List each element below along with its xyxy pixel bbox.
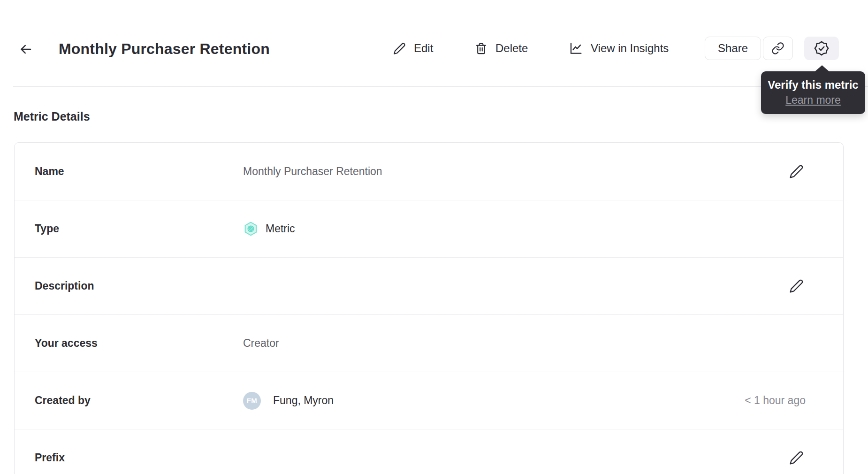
metric-hexagon-icon [243,221,259,237]
row-label: Description [35,280,243,292]
line-chart-icon [569,41,583,55]
header-divider [13,86,868,87]
row-label: Prefix [35,451,243,464]
row-value: Monthly Purchaser Retention [243,165,382,178]
copy-link-button[interactable] [763,37,793,60]
pencil-icon [393,42,406,55]
metric-details-page: Monthly Purchaser Retention Edit Delete … [0,0,868,474]
type-value-label: Metric [266,222,295,235]
edit-button-label: Edit [414,42,433,55]
pencil-icon [789,279,804,293]
section-heading: Metric Details [14,110,90,123]
delete-button[interactable]: Delete [475,37,528,60]
verify-metric-tooltip: Verify this metric Learn more [761,71,865,114]
row-value: Creator [243,337,279,350]
detail-row-your-access: Your access Creator [15,314,843,372]
link-icon [771,42,784,55]
created-time: < 1 hour ago [745,394,806,407]
detail-row-prefix: Prefix [15,429,843,474]
pencil-icon [789,451,804,465]
edit-description-button[interactable] [787,277,806,296]
avatar: FM [243,392,261,410]
edit-name-button[interactable] [787,162,806,181]
view-in-insights-button[interactable]: View in Insights [569,37,669,60]
detail-row-description: Description [15,257,843,314]
row-label: Name [35,165,243,178]
metric-details-card: Name Monthly Purchaser Retention Type [14,142,844,474]
detail-row-name: Name Monthly Purchaser Retention [15,143,843,200]
row-label: Type [35,222,243,235]
row-label: Your access [35,337,243,350]
row-value: Metric [243,221,295,237]
back-button[interactable] [17,40,35,58]
tooltip-title: Verify this metric [767,78,860,92]
page-title: Monthly Purchaser Retention [59,39,270,58]
arrow-left-icon [19,42,33,56]
delete-button-label: Delete [495,42,528,55]
detail-row-type: Type Metric [15,200,843,257]
pencil-icon [789,164,804,179]
share-button[interactable]: Share [705,37,761,60]
created-by-name: Fung, Myron [273,394,334,407]
trash-icon [475,42,487,55]
share-button-label: Share [718,42,748,55]
edit-prefix-button[interactable] [787,449,806,467]
row-label: Created by [35,394,243,407]
edit-button[interactable]: Edit [393,37,433,60]
verify-metric-button[interactable] [804,37,839,60]
row-value: FM Fung, Myron [243,392,334,410]
view-in-insights-label: View in Insights [591,42,669,55]
detail-row-created-by: Created by FM Fung, Myron < 1 hour ago [15,372,843,429]
verified-badge-icon [814,40,830,56]
learn-more-link[interactable]: Learn more [785,93,841,107]
